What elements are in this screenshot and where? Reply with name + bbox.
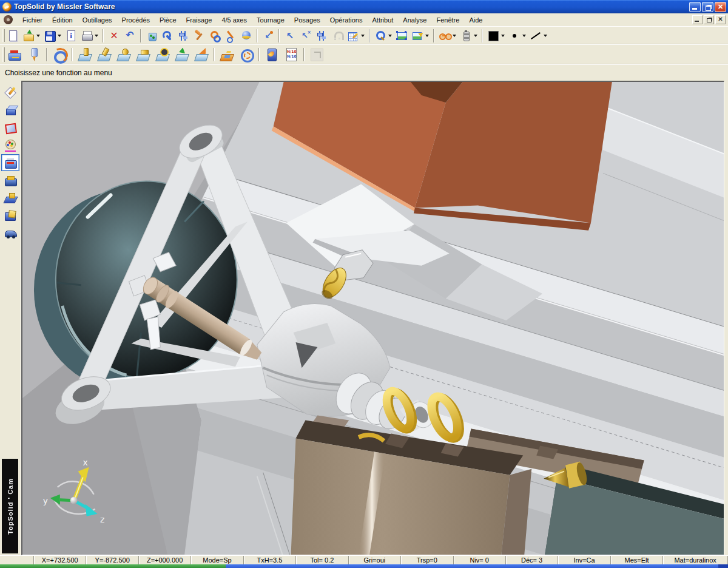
attribute-sliders-button[interactable] [314,28,329,44]
menu-proc-d-s[interactable]: Procédés [117,15,155,25]
taskbar-start-edge[interactable] [0,564,226,568]
axis-jog-button[interactable] [260,28,276,44]
menu-aide[interactable]: Aide [464,15,487,25]
toolpath-verify-button[interactable] [172,46,192,64]
pocket-milling-button[interactable] [114,46,133,64]
stock-definition-button[interactable] [307,46,326,64]
select-element-button[interactable] [298,28,314,44]
status-field-txh: TxH=3.5 [244,556,296,564]
view-image-dropdown-caret[interactable] [425,35,429,37]
toolbar-separator [103,29,104,42]
sidebar-solid-design-button[interactable] [1,101,19,118]
open-folder-button[interactable] [21,28,42,44]
new-document-button[interactable] [5,28,21,44]
minimize-button[interactable] [689,2,701,12]
shading-glasses-dropdown-caret[interactable] [453,35,456,37]
grid-editor-dropdown-caret[interactable] [361,35,365,37]
print-dropdown-caret[interactable] [95,35,98,37]
sidebar-workshop-setup-button[interactable] [1,172,19,189]
y-axis-label: y [43,496,48,505]
topsolid-window: TopSolid by Missler Software FichierÉdit… [0,0,728,568]
child-restore-button[interactable] [704,15,714,24]
point-style-dropdown-caret[interactable] [522,35,526,37]
menu-pi-ce[interactable]: Pièce [155,15,181,25]
ramp-milling-button[interactable] [192,46,211,64]
tool-spindle-icon [26,47,42,63]
zoom-button[interactable] [372,28,394,44]
child-close-button[interactable] [715,15,726,24]
document-info-button[interactable] [63,28,79,44]
menu-analyse[interactable]: Analyse [398,15,431,25]
wrench-tools-button[interactable] [160,28,175,44]
sidebar-part-document-button[interactable] [1,207,19,224]
wheel-machining-button[interactable] [153,46,172,64]
magnet-snap-icon [331,30,343,42]
menu-4-5-axes[interactable]: 4/5 axes [217,15,252,25]
status-field-niv: Niv= 0 [454,556,506,564]
line-style-button[interactable] [528,28,549,44]
menu-posages[interactable]: Posages [289,15,325,25]
recycle-bin-button[interactable] [144,28,160,44]
open-folder-icon [22,30,35,42]
toolbar-separator [257,29,258,42]
child-minimize-button[interactable] [692,15,703,24]
save-button[interactable] [42,28,63,44]
menu-fichier[interactable]: Fichier [18,15,47,25]
menu-attribut[interactable]: Attribut [367,15,398,25]
taskbar-edge[interactable] [226,564,718,568]
sphere-render-button[interactable] [238,28,254,44]
menu-fraisage[interactable]: Fraisage [181,15,217,25]
face-milling-button[interactable] [75,46,95,64]
sidebar-surface-design-button[interactable] [1,119,19,136]
operation-sheet-button[interactable] [281,46,301,64]
print-button[interactable] [79,28,100,44]
zoom-dropdown-caret[interactable] [388,35,392,37]
sidebar-machine-simulation-button[interactable] [1,225,19,242]
menu-tournage[interactable]: Tournage [252,15,289,25]
delete-button[interactable] [106,28,122,44]
open-folder-dropdown-caret[interactable] [36,35,40,37]
hand-truck-button[interactable] [223,28,238,44]
menu-op-rations[interactable]: Opérations [325,15,368,25]
clamp-fixture-button[interactable] [207,28,223,44]
sidebar-sketch-mode-button[interactable] [1,84,19,101]
save-dropdown-caret[interactable] [58,35,61,37]
turning-operation-button[interactable] [50,46,69,64]
status-field-gri: Gri=oui [349,556,401,564]
concentric-machining-button[interactable] [237,46,256,64]
fit-view-button[interactable] [394,28,410,44]
tool-document-button[interactable] [262,46,281,64]
material-battery-dropdown-caret[interactable] [474,35,477,37]
viewport-3d[interactable]: x y z [22,82,724,555]
side-milling-button[interactable] [95,46,114,64]
pocket-roughing-button[interactable] [217,46,237,64]
sidebar-part-positioning-button[interactable] [1,189,19,206]
current-color-button[interactable] [485,28,507,44]
hammer-build-button[interactable] [191,28,207,44]
tool-spindle-button[interactable] [24,46,44,64]
menu-fen-tre[interactable]: Fenêtre [431,15,464,25]
line-style-dropdown-caret[interactable] [544,35,547,37]
magnet-snap-button[interactable] [329,28,345,44]
shading-glasses-button[interactable] [437,28,458,44]
view-image-button[interactable] [410,28,431,44]
current-color-dropdown-caret[interactable] [501,35,505,37]
toolbar-separator [258,48,260,61]
restore-button[interactable] [702,2,713,12]
surface-milling-button[interactable] [133,46,153,64]
part-positioning-icon [4,191,17,205]
point-style-button[interactable] [507,28,528,44]
material-battery-button[interactable] [458,28,479,44]
menu--dition[interactable]: Édition [47,15,78,25]
sidebar-appearance-palette-button[interactable] [1,137,19,154]
parameter-sliders-button[interactable] [175,28,191,44]
select-arrow-button[interactable] [282,28,298,44]
menu-outillages[interactable]: Outillages [78,15,117,25]
pocket-milling-icon [116,47,132,63]
wrench-tools-icon [161,30,174,42]
close-button[interactable] [715,2,726,12]
machine-setup-button[interactable] [5,46,24,64]
undo-button[interactable] [122,28,138,44]
grid-editor-button[interactable] [345,28,366,44]
sidebar-cam-machining-button[interactable] [1,154,19,171]
